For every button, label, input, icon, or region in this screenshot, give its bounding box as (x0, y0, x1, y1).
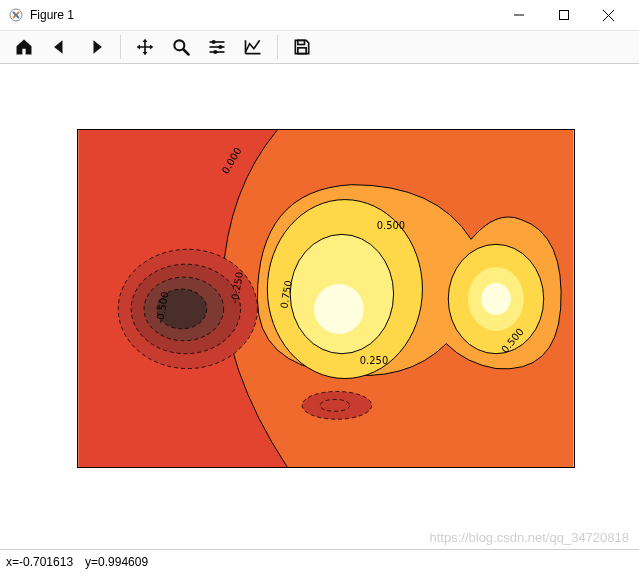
svg-point-32 (481, 283, 511, 315)
window-title: Figure 1 (30, 8, 496, 22)
home-button[interactable] (6, 32, 42, 62)
pan-button[interactable] (127, 32, 163, 62)
svg-point-10 (212, 40, 216, 44)
svg-line-6 (184, 50, 189, 55)
minimize-button[interactable] (496, 1, 541, 29)
svg-point-30 (314, 284, 364, 334)
plot-area[interactable]: 0.000 0.500 0.750 -0.250 -0.500 0.250 0.… (0, 64, 639, 549)
toolbar-separator (277, 35, 278, 59)
app-icon (8, 7, 24, 23)
close-button[interactable] (586, 1, 631, 29)
contour-label: 0.250 (360, 355, 388, 366)
toolbar (0, 30, 639, 64)
subplots-button[interactable] (199, 32, 235, 62)
status-y: y=0.994609 (85, 555, 148, 569)
maximize-button[interactable] (541, 1, 586, 29)
titlebar: Figure 1 (0, 0, 639, 30)
contourf-svg: 0.000 0.500 0.750 -0.250 -0.500 0.250 0.… (78, 130, 574, 467)
forward-button[interactable] (78, 32, 114, 62)
svg-rect-2 (559, 11, 568, 20)
statusbar: x=-0.701613 y=0.994609 (0, 549, 639, 573)
window-controls (496, 1, 631, 29)
toolbar-separator (120, 35, 121, 59)
svg-rect-14 (298, 48, 306, 54)
svg-point-11 (218, 45, 222, 49)
zoom-button[interactable] (163, 32, 199, 62)
svg-point-12 (213, 50, 217, 54)
back-button[interactable] (42, 32, 78, 62)
svg-rect-13 (298, 40, 305, 44)
save-button[interactable] (284, 32, 320, 62)
contour-label: 0.500 (377, 220, 405, 231)
axes-button[interactable] (235, 32, 271, 62)
contour-plot: 0.000 0.500 0.750 -0.250 -0.500 0.250 0.… (77, 129, 575, 468)
status-x: x=-0.701613 (6, 555, 73, 569)
